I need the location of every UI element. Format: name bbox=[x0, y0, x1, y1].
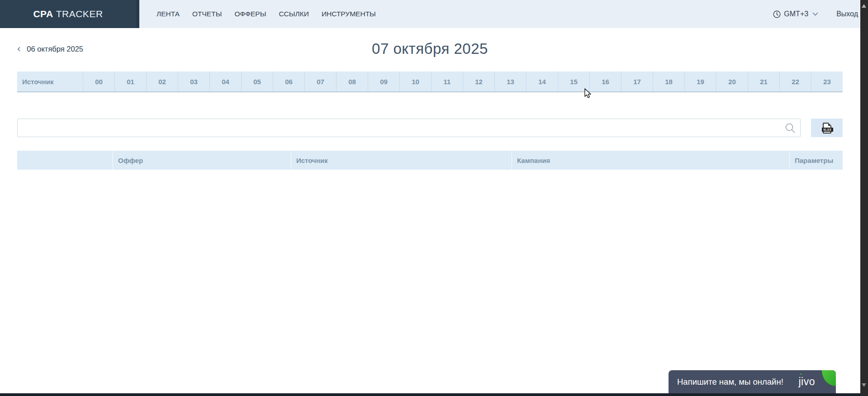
timezone-label: GMT+3 bbox=[784, 10, 808, 18]
prev-day-link[interactable]: ‹ 06 октября 2025 bbox=[17, 40, 83, 58]
date-navigation: ‹ 06 октября 2025 07 октября 2025 bbox=[17, 40, 843, 58]
scroll-down-button[interactable] bbox=[862, 383, 866, 387]
search-box bbox=[17, 119, 801, 137]
jivo-leaf-accent bbox=[798, 373, 803, 377]
logo-light-text: TRACKER bbox=[56, 9, 103, 19]
hour-cell-11: 11 bbox=[431, 72, 463, 91]
nav-item-links[interactable]: ССЫЛКИ bbox=[279, 10, 308, 18]
column-header-campaign: Кампания bbox=[512, 151, 789, 170]
topbar-right: GMT+3 Выход bbox=[773, 0, 868, 28]
column-header-source: Источник bbox=[291, 151, 512, 170]
prev-day-label: 06 октября 2025 bbox=[27, 45, 83, 53]
nav-item-feed[interactable]: ЛЕНТА bbox=[157, 10, 180, 18]
column-header-row-select bbox=[17, 151, 113, 170]
hour-cell-13: 13 bbox=[494, 72, 526, 91]
nav-item-tools[interactable]: ИНСТРУМЕНТЫ bbox=[322, 10, 376, 18]
page-title: 07 октября 2025 bbox=[372, 40, 488, 57]
file-fold-corner bbox=[828, 123, 831, 126]
column-header-params: Параметры bbox=[789, 151, 843, 170]
chat-message: Напишите нам, мы онлайн! bbox=[677, 377, 783, 387]
chat-widget[interactable]: Напишите нам, мы онлайн! jivo bbox=[669, 370, 836, 393]
scrollbar[interactable] bbox=[860, 0, 868, 396]
scroll-up-button[interactable] bbox=[862, 4, 866, 8]
xlsx-label: XLSX bbox=[822, 128, 833, 132]
hour-cell-07: 07 bbox=[304, 72, 336, 91]
search-icon[interactable] bbox=[784, 122, 796, 134]
nav-item-reports[interactable]: ОТЧЕТЫ bbox=[192, 10, 222, 18]
hour-cell-18: 18 bbox=[653, 72, 684, 91]
hour-cell-17: 17 bbox=[621, 72, 653, 91]
chevron-left-icon: ‹ bbox=[17, 44, 20, 54]
column-header-offer: Оффер bbox=[113, 151, 291, 170]
hour-cell-22: 22 bbox=[779, 72, 811, 91]
clock-icon bbox=[773, 10, 781, 18]
hour-cell-08: 08 bbox=[336, 72, 368, 91]
main-nav: ЛЕНТАОТЧЕТЫОФФЕРЫССЫЛКИИНСТРУМЕНТЫ bbox=[139, 0, 389, 28]
hour-cell-21: 21 bbox=[748, 72, 779, 91]
page-content: ‹ 06 октября 2025 07 октября 2025 Источн… bbox=[0, 40, 868, 170]
top-bar: CPA TRACKER ЛЕНТАОТЧЕТЫОФФЕРЫССЫЛКИИНСТР… bbox=[0, 0, 868, 28]
timezone-dropdown[interactable]: GMT+3 bbox=[773, 10, 818, 18]
hour-cell-06: 06 bbox=[273, 72, 304, 91]
search-input[interactable] bbox=[17, 119, 801, 137]
hour-cell-00: 00 bbox=[83, 72, 114, 91]
hour-cell-03: 03 bbox=[178, 72, 209, 91]
hour-cell-16: 16 bbox=[589, 72, 621, 91]
hour-cell-05: 05 bbox=[241, 72, 273, 91]
xlsx-file-icon: XLSX bbox=[823, 123, 831, 134]
footer-strip bbox=[0, 393, 860, 396]
app-logo[interactable]: CPA TRACKER bbox=[0, 0, 139, 28]
export-xlsx-button[interactable]: XLSX bbox=[811, 119, 843, 137]
hour-cell-10: 10 bbox=[399, 72, 431, 91]
hour-cell-14: 14 bbox=[526, 72, 558, 91]
hour-cell-19: 19 bbox=[684, 72, 716, 91]
hour-cell-02: 02 bbox=[146, 72, 178, 91]
hours-header-row: Источник 0001020304050607080910111213141… bbox=[17, 72, 843, 92]
leaf-icon bbox=[822, 370, 836, 386]
hour-cell-12: 12 bbox=[463, 72, 494, 91]
data-table-header: ОфферИсточникКампанияПараметры bbox=[17, 151, 843, 170]
search-row: XLSX bbox=[17, 119, 843, 137]
hour-cell-01: 01 bbox=[114, 72, 146, 91]
hour-cell-09: 09 bbox=[368, 72, 399, 91]
logout-button[interactable]: Выход bbox=[836, 10, 858, 18]
nav-item-offers[interactable]: ОФФЕРЫ bbox=[234, 10, 266, 18]
hour-cell-23: 23 bbox=[811, 72, 843, 91]
hour-cell-04: 04 bbox=[209, 72, 241, 91]
hour-cell-20: 20 bbox=[716, 72, 748, 91]
jivo-logo: jivo bbox=[798, 376, 815, 388]
source-column-header: Источник bbox=[17, 72, 83, 91]
hour-cell-15: 15 bbox=[558, 72, 589, 91]
chevron-down-icon bbox=[812, 12, 818, 16]
logo-bold-text: CPA bbox=[33, 9, 53, 19]
